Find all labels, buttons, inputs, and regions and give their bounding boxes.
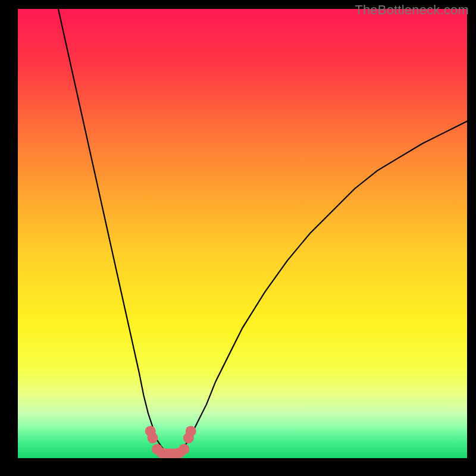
bottom-dot: [148, 433, 158, 443]
bottom-dot: [178, 444, 189, 455]
chart-frame: [18, 9, 467, 458]
bottom-dots-group: [145, 426, 196, 458]
curve-left-branch: [58, 9, 171, 453]
curve-right-branch: [171, 121, 467, 454]
chart-curves: [18, 9, 467, 458]
watermark-text: TheBottleneck.com: [355, 2, 469, 18]
bottom-dot: [186, 426, 196, 437]
